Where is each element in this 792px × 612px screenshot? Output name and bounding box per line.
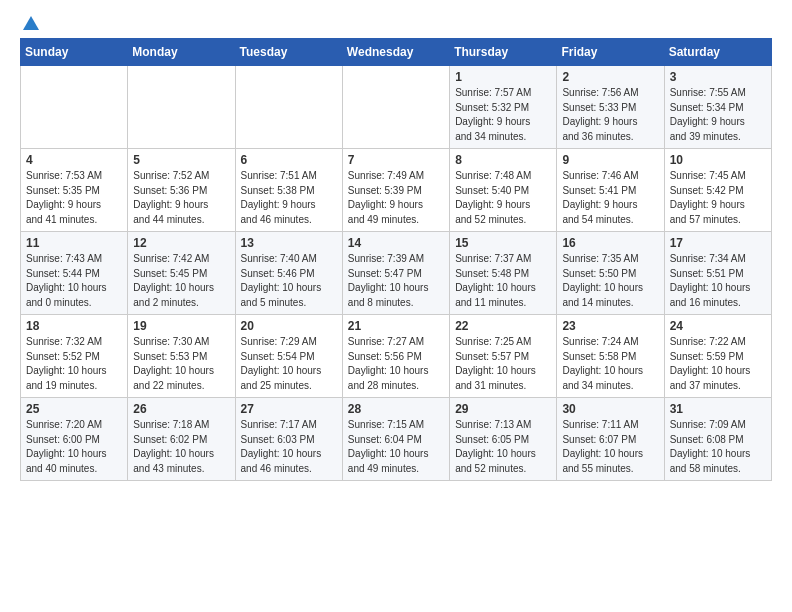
day-info: Sunrise: 7:43 AM Sunset: 5:44 PM Dayligh…: [26, 252, 123, 310]
col-header-tuesday: Tuesday: [235, 39, 342, 66]
calendar-cell: 11Sunrise: 7:43 AM Sunset: 5:44 PM Dayli…: [21, 232, 128, 315]
day-number: 27: [241, 402, 338, 416]
day-number: 25: [26, 402, 123, 416]
header-row: SundayMondayTuesdayWednesdayThursdayFrid…: [21, 39, 772, 66]
day-info: Sunrise: 7:55 AM Sunset: 5:34 PM Dayligh…: [670, 86, 767, 144]
calendar-cell: 17Sunrise: 7:34 AM Sunset: 5:51 PM Dayli…: [664, 232, 771, 315]
calendar-cell: 9Sunrise: 7:46 AM Sunset: 5:41 PM Daylig…: [557, 149, 664, 232]
calendar-cell: 18Sunrise: 7:32 AM Sunset: 5:52 PM Dayli…: [21, 315, 128, 398]
calendar-cell: 24Sunrise: 7:22 AM Sunset: 5:59 PM Dayli…: [664, 315, 771, 398]
day-number: 24: [670, 319, 767, 333]
day-number: 23: [562, 319, 659, 333]
day-info: Sunrise: 7:18 AM Sunset: 6:02 PM Dayligh…: [133, 418, 230, 476]
calendar-cell: [342, 66, 449, 149]
day-info: Sunrise: 7:51 AM Sunset: 5:38 PM Dayligh…: [241, 169, 338, 227]
day-info: Sunrise: 7:30 AM Sunset: 5:53 PM Dayligh…: [133, 335, 230, 393]
calendar-cell: 10Sunrise: 7:45 AM Sunset: 5:42 PM Dayli…: [664, 149, 771, 232]
day-number: 15: [455, 236, 552, 250]
calendar-cell: 14Sunrise: 7:39 AM Sunset: 5:47 PM Dayli…: [342, 232, 449, 315]
day-number: 18: [26, 319, 123, 333]
day-info: Sunrise: 7:22 AM Sunset: 5:59 PM Dayligh…: [670, 335, 767, 393]
day-info: Sunrise: 7:53 AM Sunset: 5:35 PM Dayligh…: [26, 169, 123, 227]
day-number: 10: [670, 153, 767, 167]
day-number: 4: [26, 153, 123, 167]
calendar-table: SundayMondayTuesdayWednesdayThursdayFrid…: [20, 38, 772, 481]
day-info: Sunrise: 7:27 AM Sunset: 5:56 PM Dayligh…: [348, 335, 445, 393]
col-header-saturday: Saturday: [664, 39, 771, 66]
calendar-cell: 31Sunrise: 7:09 AM Sunset: 6:08 PM Dayli…: [664, 398, 771, 481]
week-row-2: 4Sunrise: 7:53 AM Sunset: 5:35 PM Daylig…: [21, 149, 772, 232]
calendar-cell: [128, 66, 235, 149]
page-header: [20, 16, 772, 30]
day-info: Sunrise: 7:25 AM Sunset: 5:57 PM Dayligh…: [455, 335, 552, 393]
calendar-cell: 25Sunrise: 7:20 AM Sunset: 6:00 PM Dayli…: [21, 398, 128, 481]
day-number: 3: [670, 70, 767, 84]
day-info: Sunrise: 7:49 AM Sunset: 5:39 PM Dayligh…: [348, 169, 445, 227]
calendar-cell: 3Sunrise: 7:55 AM Sunset: 5:34 PM Daylig…: [664, 66, 771, 149]
calendar-cell: 2Sunrise: 7:56 AM Sunset: 5:33 PM Daylig…: [557, 66, 664, 149]
calendar-cell: 22Sunrise: 7:25 AM Sunset: 5:57 PM Dayli…: [450, 315, 557, 398]
day-number: 20: [241, 319, 338, 333]
day-number: 7: [348, 153, 445, 167]
day-info: Sunrise: 7:45 AM Sunset: 5:42 PM Dayligh…: [670, 169, 767, 227]
day-number: 6: [241, 153, 338, 167]
day-number: 14: [348, 236, 445, 250]
calendar-cell: 21Sunrise: 7:27 AM Sunset: 5:56 PM Dayli…: [342, 315, 449, 398]
day-info: Sunrise: 7:52 AM Sunset: 5:36 PM Dayligh…: [133, 169, 230, 227]
day-info: Sunrise: 7:20 AM Sunset: 6:00 PM Dayligh…: [26, 418, 123, 476]
day-number: 17: [670, 236, 767, 250]
day-number: 30: [562, 402, 659, 416]
calendar-cell: 16Sunrise: 7:35 AM Sunset: 5:50 PM Dayli…: [557, 232, 664, 315]
day-info: Sunrise: 7:11 AM Sunset: 6:07 PM Dayligh…: [562, 418, 659, 476]
calendar-cell: 19Sunrise: 7:30 AM Sunset: 5:53 PM Dayli…: [128, 315, 235, 398]
col-header-wednesday: Wednesday: [342, 39, 449, 66]
day-info: Sunrise: 7:56 AM Sunset: 5:33 PM Dayligh…: [562, 86, 659, 144]
calendar-cell: 23Sunrise: 7:24 AM Sunset: 5:58 PM Dayli…: [557, 315, 664, 398]
day-number: 8: [455, 153, 552, 167]
day-number: 13: [241, 236, 338, 250]
day-number: 16: [562, 236, 659, 250]
week-row-3: 11Sunrise: 7:43 AM Sunset: 5:44 PM Dayli…: [21, 232, 772, 315]
week-row-1: 1Sunrise: 7:57 AM Sunset: 5:32 PM Daylig…: [21, 66, 772, 149]
calendar-cell: 4Sunrise: 7:53 AM Sunset: 5:35 PM Daylig…: [21, 149, 128, 232]
day-number: 31: [670, 402, 767, 416]
week-row-5: 25Sunrise: 7:20 AM Sunset: 6:00 PM Dayli…: [21, 398, 772, 481]
week-row-4: 18Sunrise: 7:32 AM Sunset: 5:52 PM Dayli…: [21, 315, 772, 398]
day-info: Sunrise: 7:15 AM Sunset: 6:04 PM Dayligh…: [348, 418, 445, 476]
col-header-sunday: Sunday: [21, 39, 128, 66]
day-number: 26: [133, 402, 230, 416]
day-info: Sunrise: 7:39 AM Sunset: 5:47 PM Dayligh…: [348, 252, 445, 310]
day-number: 2: [562, 70, 659, 84]
calendar-cell: 7Sunrise: 7:49 AM Sunset: 5:39 PM Daylig…: [342, 149, 449, 232]
calendar-cell: 20Sunrise: 7:29 AM Sunset: 5:54 PM Dayli…: [235, 315, 342, 398]
day-number: 22: [455, 319, 552, 333]
calendar-cell: 27Sunrise: 7:17 AM Sunset: 6:03 PM Dayli…: [235, 398, 342, 481]
col-header-friday: Friday: [557, 39, 664, 66]
day-number: 12: [133, 236, 230, 250]
calendar-cell: 30Sunrise: 7:11 AM Sunset: 6:07 PM Dayli…: [557, 398, 664, 481]
logo: [20, 16, 40, 30]
day-info: Sunrise: 7:48 AM Sunset: 5:40 PM Dayligh…: [455, 169, 552, 227]
calendar-cell: [235, 66, 342, 149]
day-info: Sunrise: 7:35 AM Sunset: 5:50 PM Dayligh…: [562, 252, 659, 310]
col-header-thursday: Thursday: [450, 39, 557, 66]
day-number: 9: [562, 153, 659, 167]
day-number: 29: [455, 402, 552, 416]
calendar-cell: 8Sunrise: 7:48 AM Sunset: 5:40 PM Daylig…: [450, 149, 557, 232]
calendar-cell: [21, 66, 128, 149]
svg-marker-0: [23, 16, 39, 30]
day-number: 1: [455, 70, 552, 84]
calendar-cell: 6Sunrise: 7:51 AM Sunset: 5:38 PM Daylig…: [235, 149, 342, 232]
day-info: Sunrise: 7:42 AM Sunset: 5:45 PM Dayligh…: [133, 252, 230, 310]
calendar-cell: 1Sunrise: 7:57 AM Sunset: 5:32 PM Daylig…: [450, 66, 557, 149]
day-info: Sunrise: 7:29 AM Sunset: 5:54 PM Dayligh…: [241, 335, 338, 393]
calendar-cell: 26Sunrise: 7:18 AM Sunset: 6:02 PM Dayli…: [128, 398, 235, 481]
calendar-cell: 15Sunrise: 7:37 AM Sunset: 5:48 PM Dayli…: [450, 232, 557, 315]
day-number: 5: [133, 153, 230, 167]
day-info: Sunrise: 7:34 AM Sunset: 5:51 PM Dayligh…: [670, 252, 767, 310]
day-info: Sunrise: 7:32 AM Sunset: 5:52 PM Dayligh…: [26, 335, 123, 393]
day-info: Sunrise: 7:17 AM Sunset: 6:03 PM Dayligh…: [241, 418, 338, 476]
day-number: 11: [26, 236, 123, 250]
calendar-cell: 12Sunrise: 7:42 AM Sunset: 5:45 PM Dayli…: [128, 232, 235, 315]
day-info: Sunrise: 7:37 AM Sunset: 5:48 PM Dayligh…: [455, 252, 552, 310]
